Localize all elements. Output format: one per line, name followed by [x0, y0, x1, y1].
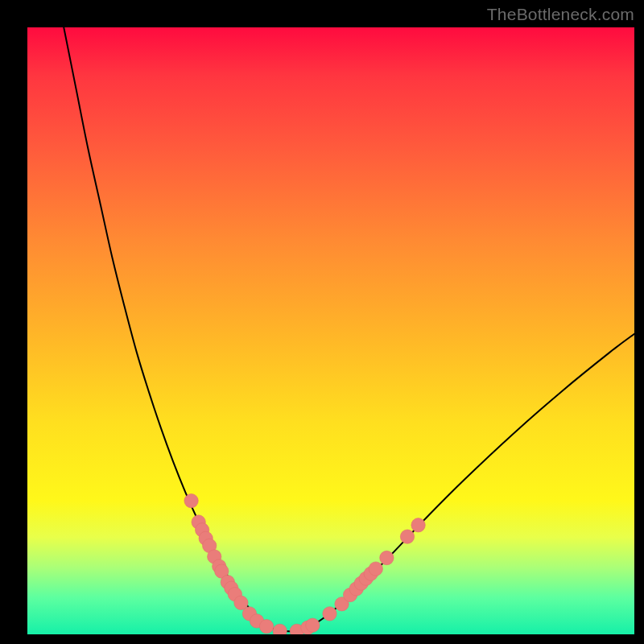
data-marker	[273, 624, 287, 634]
data-marker	[259, 620, 273, 634]
data-marker	[323, 607, 336, 621]
bottleneck-curve	[64, 27, 634, 631]
data-marker	[380, 551, 394, 564]
chart-frame: TheBottleneck.com	[0, 0, 644, 644]
chart-svg	[27, 27, 634, 634]
data-marker	[369, 562, 382, 576]
data-marker	[306, 618, 320, 632]
watermark-text: TheBottleneck.com	[487, 5, 634, 24]
data-markers	[184, 493, 425, 634]
data-marker	[400, 530, 414, 543]
data-marker	[411, 518, 425, 532]
data-marker	[184, 493, 198, 507]
plot-area	[27, 27, 634, 634]
